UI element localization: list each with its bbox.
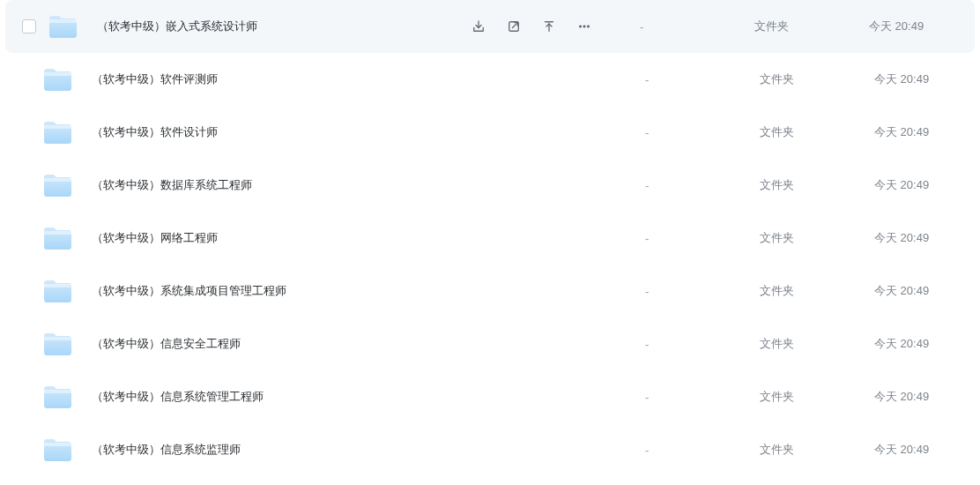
file-type: 文件夹	[760, 230, 874, 246]
file-row[interactable]: （软考中级）信息系统管理工程师-文件夹今天 20:49	[0, 370, 980, 423]
share-button[interactable]	[506, 19, 522, 34]
file-name[interactable]: （软考中级）软件设计师	[85, 124, 645, 140]
file-type: 文件夹	[760, 71, 874, 87]
file-type: 文件夹	[754, 19, 869, 34]
file-row[interactable]: （软考中级）系统集成项目管理工程师-文件夹今天 20:49	[0, 265, 980, 317]
file-time: 今天 20:49	[874, 177, 971, 193]
file-row[interactable]: （软考中级）网络工程师-文件夹今天 20:49	[0, 212, 980, 265]
file-type: 文件夹	[760, 124, 874, 140]
icon-column	[39, 384, 85, 409]
file-row[interactable]: （软考中级）数据库系统工程师-文件夹今天 20:49	[0, 159, 980, 212]
file-time: 今天 20:49	[874, 389, 971, 405]
svg-point-3	[583, 26, 585, 27]
file-size: -	[645, 126, 760, 139]
more-button[interactable]	[576, 19, 592, 34]
file-size: -	[645, 179, 760, 192]
file-size: -	[645, 391, 760, 404]
svg-rect-6	[44, 125, 71, 129]
folder-icon	[42, 384, 72, 409]
file-size: -	[645, 232, 760, 245]
file-type: 文件夹	[760, 283, 874, 299]
svg-rect-12	[44, 443, 71, 446]
folder-icon	[42, 279, 72, 303]
file-row[interactable]: （软考中级）信息系统监理师-文件夹今天 20:49	[0, 423, 980, 476]
folder-icon	[42, 173, 72, 198]
file-row[interactable]: （软考中级）嵌入式系统设计师 -文件夹今天 20:49	[5, 0, 975, 53]
svg-rect-8	[44, 231, 71, 235]
file-time: 今天 20:49	[874, 336, 971, 352]
file-size: -	[640, 20, 754, 34]
file-type: 文件夹	[760, 177, 874, 193]
file-name[interactable]: （软考中级）信息系统监理师	[85, 442, 645, 458]
file-time: 今天 20:49	[874, 71, 971, 87]
file-name[interactable]: （软考中级）数据库系统工程师	[85, 177, 645, 193]
svg-rect-0	[49, 19, 77, 23]
file-time: 今天 20:49	[874, 124, 971, 140]
folder-icon	[42, 332, 72, 356]
icon-column	[39, 67, 85, 92]
icon-column	[39, 120, 85, 145]
icon-column	[39, 332, 85, 356]
icon-column	[39, 226, 85, 250]
file-name[interactable]: （软考中级）信息安全工程师	[85, 336, 645, 352]
file-name[interactable]: （软考中级）软件评测师	[85, 71, 645, 87]
file-type: 文件夹	[760, 442, 874, 458]
file-time: 今天 20:49	[874, 283, 971, 299]
file-size: -	[645, 73, 760, 86]
file-row[interactable]: （软考中级）软件评测师-文件夹今天 20:49	[0, 53, 980, 106]
file-size: -	[645, 444, 760, 457]
file-size: -	[645, 338, 760, 351]
icon-column	[39, 437, 85, 462]
file-type: 文件夹	[760, 389, 874, 405]
row-actions	[471, 19, 631, 34]
folder-icon	[42, 120, 72, 145]
file-time: 今天 20:49	[874, 230, 971, 246]
file-row[interactable]: （软考中级）信息安全工程师-文件夹今天 20:49	[0, 317, 980, 370]
folder-icon	[42, 226, 72, 250]
svg-point-2	[579, 26, 581, 27]
download-button[interactable]	[471, 19, 486, 34]
icon-column	[39, 173, 85, 198]
svg-rect-7	[44, 178, 71, 182]
file-size: -	[645, 285, 760, 298]
svg-rect-10	[44, 337, 71, 340]
file-list: （软考中级）嵌入式系统设计师 -文件夹今天 20:49 （软考中级）软件评测师-…	[0, 0, 980, 476]
svg-rect-11	[44, 390, 71, 393]
file-name[interactable]: （软考中级）信息系统管理工程师	[85, 389, 645, 405]
svg-rect-9	[44, 284, 71, 287]
folder-icon	[42, 67, 72, 92]
icon-column	[39, 279, 85, 303]
file-type: 文件夹	[760, 336, 874, 352]
folder-icon	[42, 437, 72, 462]
file-name[interactable]: （软考中级）网络工程师	[85, 230, 645, 246]
file-row[interactable]: （软考中级）软件设计师-文件夹今天 20:49	[0, 106, 980, 159]
file-time: 今天 20:49	[869, 19, 966, 34]
icon-column	[44, 14, 90, 39]
svg-rect-5	[44, 72, 71, 76]
move-top-button[interactable]	[541, 19, 557, 34]
checkbox-column	[14, 19, 44, 34]
file-name[interactable]: （软考中级）系统集成项目管理工程师	[85, 283, 645, 299]
row-checkbox[interactable]	[22, 19, 36, 34]
file-time: 今天 20:49	[874, 442, 971, 458]
folder-icon	[48, 14, 78, 39]
svg-point-4	[587, 26, 589, 27]
